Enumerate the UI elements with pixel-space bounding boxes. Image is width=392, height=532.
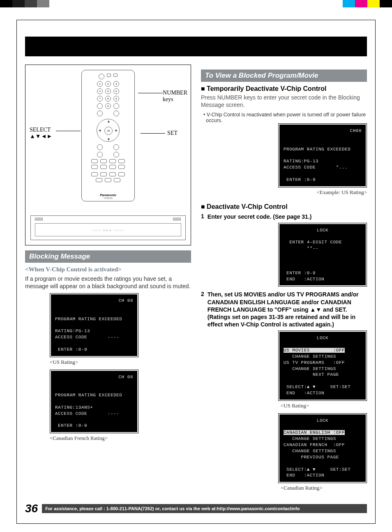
osd-line: ENTER :0-9: [284, 271, 316, 275]
subheading-vchip-activated: <When V-Chip Control is activated>: [25, 266, 191, 273]
remote-button: [114, 178, 120, 182]
osd-screenshot-example: CH08 PROGRAM RATING EXCEEDED RATING:PG-1…: [278, 123, 367, 187]
blocking-message-description: If a program or movie exceeds the rating…: [25, 275, 191, 290]
remote-button: [118, 172, 125, 176]
osd-line: ENTER 4-DIGIT CODE: [284, 240, 342, 245]
remote-button: [91, 159, 98, 163]
remote-button: [100, 165, 107, 169]
caption-us-rating: <US Rating>: [281, 402, 367, 409]
remote-button: 5: [105, 88, 111, 94]
remote-button: [97, 152, 103, 157]
step-1: 1 Enter your secret code. (See page 31.): [201, 213, 367, 220]
osd-line: PREVIOUS PAGE: [284, 455, 339, 460]
remote-button: 9: [113, 96, 119, 102]
osd-line: NEXT PAGE: [284, 372, 339, 377]
remote-cursor-pad: ▲ ▼ ◄ ► OK: [97, 119, 120, 142]
callout-line: [138, 93, 163, 93]
page-frame: SELECT ▲▼◄► NUMBER keys SET 123 456 789 …: [16, 20, 376, 524]
osd-line: PROGRAM RATING EXCEEDED: [55, 393, 122, 398]
remote-button: [109, 172, 116, 176]
footer-assistance-bar: For assistance, please call : 1-800-211-…: [42, 504, 367, 513]
heading-temporarily-deactivate: Temporarily Deactivate V-Chip Control: [201, 85, 367, 93]
remote-button: 0: [105, 103, 111, 109]
temp-deactivate-note: • V-Chip Control is reactivated when pow…: [203, 112, 367, 123]
osd-channel: CH 08: [55, 374, 133, 380]
page-number: 36: [25, 502, 38, 515]
right-column: To View a Blocked Program/Movie Temporar…: [201, 65, 367, 495]
remote-button: [91, 165, 98, 169]
remote-button: [105, 178, 111, 182]
remote-button: [109, 165, 116, 169]
remote-model-label: TV/DVD: [104, 197, 113, 199]
remote-button: 8: [105, 96, 111, 102]
swatch: [37, 0, 49, 7]
osd-title: LOCK: [284, 418, 362, 424]
swatch: [343, 0, 355, 7]
arrow-up-icon: ▲: [107, 119, 111, 123]
osd-line: SELECT:▲ ▼ SET:SET: [284, 467, 350, 472]
step-2: 2 Then, set US MOVIES and/or US TV PROGR…: [201, 291, 367, 328]
registration-color-bars: [0, 0, 392, 7]
section-title-view-blocked: To View a Blocked Program/Movie: [201, 69, 367, 82]
caption-canadian-french-rating: <Canadian French Rating>: [50, 435, 108, 442]
remote-button: [113, 74, 118, 77]
osd-screenshot-us: CH 08 PROGRAM RATING EXCEEDED RATING:PG-…: [50, 293, 138, 357]
step-number: 2: [201, 291, 204, 328]
osd-line: CHANGE SETTINGS: [284, 436, 336, 441]
arrow-down-icon: ▼: [107, 137, 111, 141]
callout-select: SELECT ▲▼◄►: [30, 127, 52, 140]
osd-channel: CH08: [284, 128, 362, 134]
remote-button: [96, 178, 102, 182]
osd-screenshot-lock-code: LOCK ENTER 4-DIGIT CODE **-- ENTER :0-9 …: [278, 223, 367, 287]
remote-button: [118, 165, 125, 169]
section-title-blocking-message: Blocking Message: [25, 250, 191, 263]
remote-button: [113, 111, 119, 116]
swatch: [355, 0, 367, 7]
left-column: SELECT ▲▼◄► NUMBER keys SET 123 456 789 …: [25, 65, 191, 495]
arrow-right-icon: ►: [115, 128, 118, 132]
osd-line: ENTER :0-9: [55, 347, 87, 352]
remote-button: [97, 111, 103, 116]
remote-button: [113, 103, 119, 109]
osd-screenshot-lock-canadian: LOCK CANADIAN ENGLISH :OFF CHANGE SETTIN…: [278, 413, 367, 483]
osd-line: ACCESS CODE ----: [55, 411, 119, 416]
osd-line: END :ACTION: [284, 391, 324, 396]
osd-line: CHANGE SETTINGS: [284, 449, 336, 453]
remote-button: 3: [113, 81, 119, 87]
remote-control-graphic: 123 456 789 0 ▲ ▼ ◄ ► OK: [81, 70, 135, 201]
remote-button: [97, 144, 103, 150]
caption-canadian-rating: <Canadian Rating>: [281, 485, 367, 491]
osd-line: ENTER :0-9: [284, 177, 316, 182]
osd-line: ACCESS CODE *...: [284, 165, 348, 170]
osd-line: CHANGE SETTINGS: [284, 354, 336, 359]
remote-button: [91, 172, 98, 176]
remote-button: [97, 103, 103, 109]
callout-line: [141, 133, 165, 134]
osd-channel: CH 08: [55, 298, 133, 304]
remote-button: [100, 159, 107, 163]
osd-line: RATING:PG-13: [284, 159, 318, 164]
swatch: [25, 0, 37, 7]
page-footer: 36 For assistance, please call : 1-800-2…: [25, 502, 367, 515]
remote-button: 2: [105, 81, 111, 87]
osd-line: PROGRAM RATING EXCEEDED: [55, 317, 122, 322]
osd-screenshot-lock-us: LOCK US MOVIES :OFF CHANGE SETTINGS US T…: [278, 331, 367, 400]
remote-brand-label: Panasonic: [100, 193, 116, 197]
osd-line: ENTER :0-9: [55, 423, 87, 428]
remote-button: [113, 144, 119, 150]
osd-line: US TV PROGRAMS :OFF: [284, 360, 345, 365]
osd-line-selected: CANADIAN ENGLISH :OFF: [284, 430, 345, 435]
swatch: [380, 0, 392, 7]
remote-button: [113, 152, 119, 157]
osd-line: SELECT:▲ ▼ SET:SET: [284, 384, 350, 389]
remote-button: [109, 159, 116, 163]
remote-illustration-panel: SELECT ▲▼◄► NUMBER keys SET 123 456 789 …: [25, 65, 191, 245]
remote-button: 6: [113, 88, 119, 94]
caption-us-rating: <US Rating>: [50, 359, 78, 365]
device-front-panel-graphic: ○ ○ ○ ○ ▭ ▭ ▭ ○ ○ ○ ○ ○: [30, 215, 186, 240]
osd-title: LOCK: [284, 335, 362, 341]
remote-button: [99, 74, 104, 79]
step-text: Enter your secret code. (See page 31.): [208, 213, 367, 220]
osd-line: RATING:13ANS+: [55, 405, 93, 410]
callout-set: SET: [167, 130, 178, 136]
